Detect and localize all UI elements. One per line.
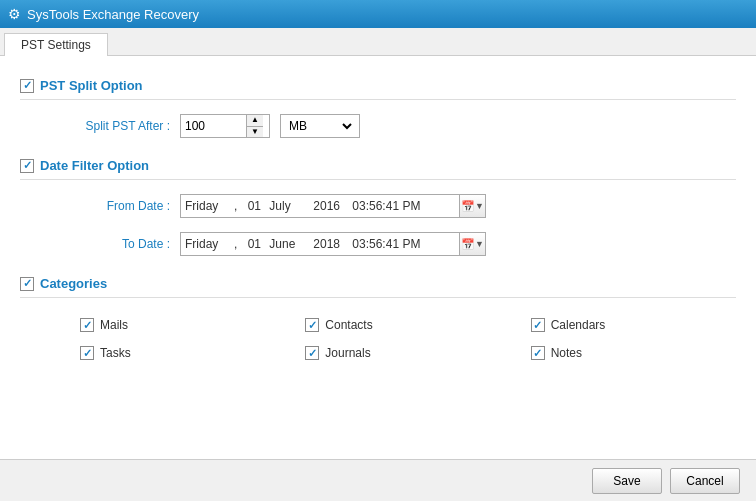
calendar-icon-2: 📅 [461,238,475,251]
categories-header: Categories [20,270,736,298]
tab-bar: PST Settings [0,28,756,56]
notes-checkbox[interactable] [531,346,545,360]
tasks-checkbox[interactable] [80,346,94,360]
spin-buttons: ▲ ▼ [246,115,263,137]
from-year: 2016 [313,199,348,213]
title-bar: ⚙ SysTools Exchange Recovery [0,0,756,28]
to-comma: , [234,237,237,251]
to-year: 2018 [313,237,348,251]
date-filter-header: Date Filter Option [20,152,736,180]
to-day-num: 01 [243,237,265,251]
categories-section: Categories Mails Contacts Calendars [20,270,736,360]
from-comma: , [234,199,237,213]
categories-grid: Mails Contacts Calendars Tasks Jour [20,312,736,360]
to-day-name: Friday [185,237,230,251]
to-date-group: Friday , 01 June 2018 03:56:41 PM 📅▼ [180,232,486,256]
split-input-group: ▲ ▼ MB GB KB [180,114,360,138]
save-button[interactable]: Save [592,468,662,494]
from-date-group: Friday , 01 July 2016 03:56:41 PM 📅▼ [180,194,486,218]
from-date-picker-button[interactable]: 📅▼ [460,194,486,218]
date-filter-title: Date Filter Option [40,158,149,173]
mails-checkbox[interactable] [80,318,94,332]
spin-down-button[interactable]: ▼ [247,127,263,138]
journals-checkbox[interactable] [305,346,319,360]
from-month: July [269,199,309,213]
split-pst-label: Split PST After : [40,119,170,133]
content-area: PST Split Option Split PST After : ▲ ▼ M… [0,56,756,459]
to-time: 03:56:41 PM [352,237,432,251]
to-date-field[interactable]: Friday , 01 June 2018 03:56:41 PM [180,232,460,256]
split-option-title: PST Split Option [40,78,143,93]
tab-pst-settings[interactable]: PST Settings [4,33,108,56]
to-date-row: To Date : Friday , 01 June 2018 03:56:41… [20,232,736,256]
categories-checkbox[interactable] [20,277,34,291]
main-container: PST Settings PST Split Option Split PST … [0,28,756,501]
split-value-spinner[interactable]: ▲ ▼ [180,114,270,138]
category-journals[interactable]: Journals [305,346,510,360]
contacts-checkbox[interactable] [305,318,319,332]
calendar-icon: 📅 [461,200,475,213]
date-filter-checkbox[interactable] [20,159,34,173]
split-option-checkbox[interactable] [20,79,34,93]
cancel-button[interactable]: Cancel [670,468,740,494]
to-drop-arrow: ▼ [475,239,484,249]
category-mails[interactable]: Mails [80,318,285,332]
unit-dropdown[interactable]: MB GB KB [280,114,360,138]
from-date-row: From Date : Friday , 01 July 2016 03:56:… [20,194,736,218]
from-drop-arrow: ▼ [475,201,484,211]
to-date-picker-button[interactable]: 📅▼ [460,232,486,256]
split-option-section: PST Split Option Split PST After : ▲ ▼ M… [20,72,736,138]
date-filter-section: Date Filter Option From Date : Friday , … [20,152,736,256]
split-pst-row: Split PST After : ▲ ▼ MB GB KB [20,114,736,138]
from-day-name: Friday [185,199,230,213]
footer: Save Cancel [0,459,756,501]
category-contacts[interactable]: Contacts [305,318,510,332]
category-notes[interactable]: Notes [531,346,736,360]
mails-label: Mails [100,318,128,332]
split-value-input[interactable] [181,115,246,137]
app-icon: ⚙ [8,6,21,22]
to-date-label: To Date : [40,237,170,251]
category-tasks[interactable]: Tasks [80,346,285,360]
app-title: SysTools Exchange Recovery [27,7,199,22]
category-calendars[interactable]: Calendars [531,318,736,332]
categories-title: Categories [40,276,107,291]
unit-select[interactable]: MB GB KB [285,118,355,134]
calendars-label: Calendars [551,318,606,332]
journals-label: Journals [325,346,370,360]
from-day-num: 01 [243,199,265,213]
spin-up-button[interactable]: ▲ [247,115,263,127]
calendars-checkbox[interactable] [531,318,545,332]
from-time: 03:56:41 PM [352,199,432,213]
contacts-label: Contacts [325,318,372,332]
to-month: June [269,237,309,251]
split-option-header: PST Split Option [20,72,736,100]
from-date-field[interactable]: Friday , 01 July 2016 03:56:41 PM [180,194,460,218]
notes-label: Notes [551,346,582,360]
from-date-label: From Date : [40,199,170,213]
tasks-label: Tasks [100,346,131,360]
